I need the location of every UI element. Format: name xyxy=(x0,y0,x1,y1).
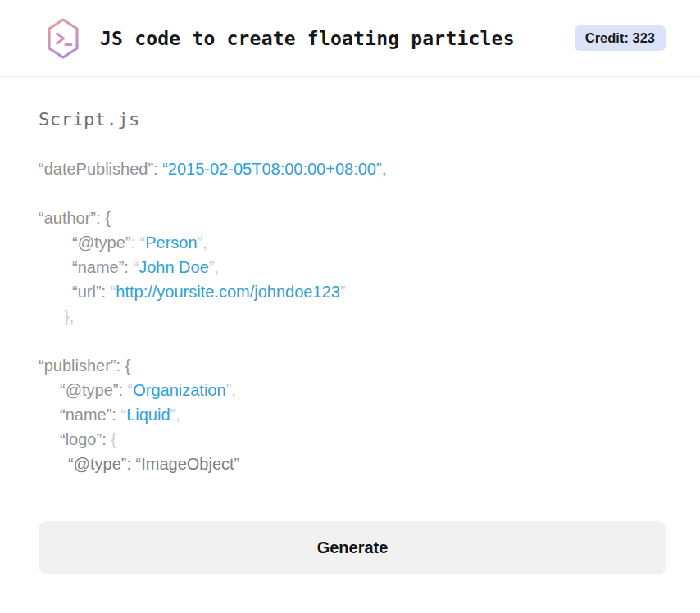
file-title: Script.js xyxy=(39,109,664,129)
code-line: }, xyxy=(39,304,664,329)
code-line: “@type”: “Person”, xyxy=(39,230,664,255)
terminal-prompt-hexagon-icon xyxy=(45,16,81,61)
code-segment-key: “datePublished”: xyxy=(39,160,162,178)
code-segment-punct: ”, xyxy=(170,406,180,424)
code-line-blank xyxy=(39,329,664,353)
code-line: “publisher”: { xyxy=(39,353,664,378)
code-block: “datePublished”: “2015-02-05T08:00:00+08… xyxy=(39,157,664,476)
code-segment-key: “url”: xyxy=(72,283,111,301)
code-segment-key: “publisher”: { xyxy=(39,356,130,375)
code-segment-key: “author”: { xyxy=(39,209,111,227)
code-segment-punct: }, xyxy=(64,307,74,325)
code-line: “name”: “Liquid”, xyxy=(39,402,664,427)
credit-badge: Credit: 323 xyxy=(575,25,666,51)
code-segment-key: “@type”: xyxy=(60,381,128,399)
code-segment-value: “2015-02-05T08:00:00+08:00”, xyxy=(162,160,386,178)
code-segment-key: “logo”: xyxy=(60,430,111,448)
code-line: “@type”: “ImageObject” xyxy=(39,452,664,476)
code-segment-value: http://yoursite.com/johndoe123 xyxy=(116,283,340,301)
code-line: “datePublished”: “2015-02-05T08:00:00+08… xyxy=(39,157,664,181)
code-line: “author”: { xyxy=(39,206,664,230)
main-content: Script.js “datePublished”: “2015-02-05T0… xyxy=(0,77,700,574)
code-line: “logo”: { xyxy=(39,427,664,452)
code-segment-punct: ”, xyxy=(226,381,236,399)
app-window: JS code to create floating particles Cre… xyxy=(0,0,700,613)
code-segment-key: “name”: xyxy=(60,406,120,424)
code-segment-value: Organization xyxy=(133,381,225,399)
code-line: “name”: “John Doe”, xyxy=(39,255,664,279)
code-segment-value: Person xyxy=(145,234,197,252)
code-segment-punct: ”, xyxy=(209,258,219,276)
code-segment-punct: ” xyxy=(340,283,346,301)
code-segment-punct: : “ xyxy=(130,234,145,252)
code-segment-punct: ”, xyxy=(198,234,207,252)
header: JS code to create floating particles Cre… xyxy=(0,0,700,77)
code-segment-key: “@type” xyxy=(72,234,130,252)
code-segment-value: Liquid xyxy=(126,406,170,424)
code-line: “url”: “http://yoursite.com/johndoe123” xyxy=(39,279,664,304)
code-line-blank xyxy=(39,181,664,206)
code-segment-plain: “@type”: “ImageObject” xyxy=(68,455,239,473)
code-segment-punct: { xyxy=(111,430,116,448)
code-line: “@type”: “Organization”, xyxy=(39,378,664,402)
code-segment-key: “name”: xyxy=(72,258,133,276)
generate-button[interactable]: Generate xyxy=(39,521,666,574)
code-segment-value: John Doe xyxy=(139,258,209,276)
page-title: JS code to create floating particles xyxy=(100,28,575,49)
